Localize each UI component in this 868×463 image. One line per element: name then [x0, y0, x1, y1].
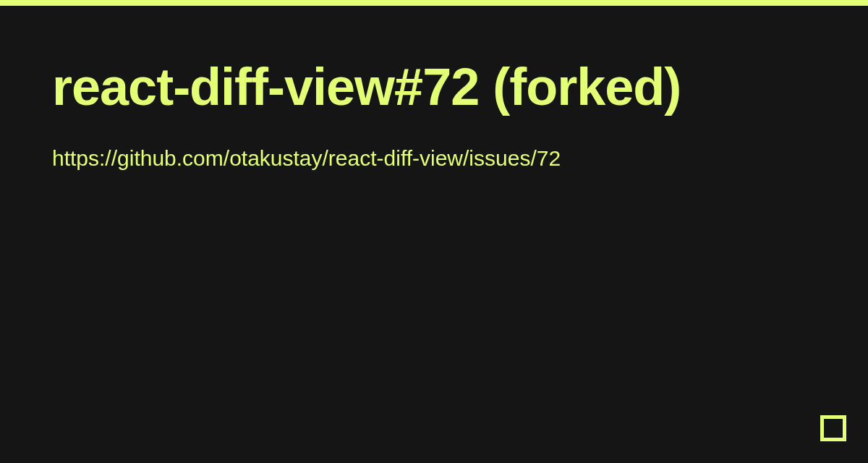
accent-top-bar: [0, 0, 868, 6]
main-content: react-diff-view#72 (forked) https://gith…: [0, 6, 868, 173]
page-title: react-diff-view#72 (forked): [52, 58, 703, 116]
source-url: https://github.com/otakustay/react-diff-…: [52, 144, 602, 174]
codesandbox-logo-icon: [820, 415, 846, 441]
